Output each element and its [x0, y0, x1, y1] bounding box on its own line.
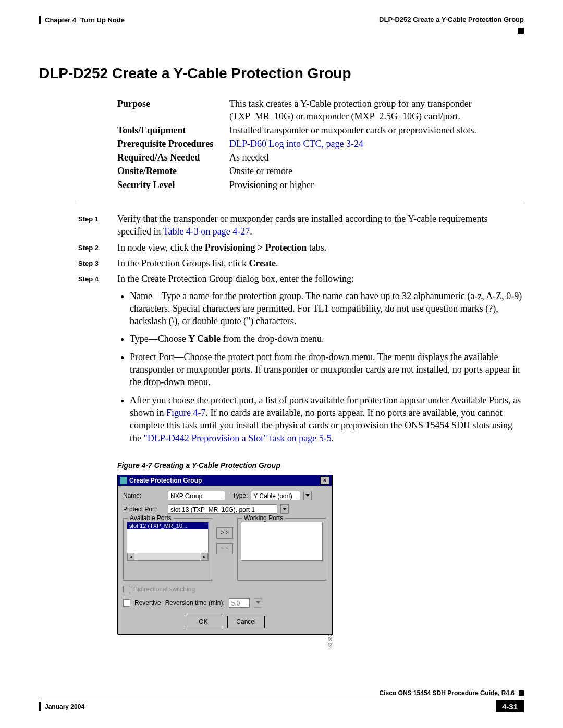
image-number: 83682 [327, 633, 332, 648]
working-ports-label: Working Ports [242, 514, 285, 522]
step-label: Step 1 [78, 213, 117, 238]
page-footer: Cisco ONS 15454 SDH Procedure Guide, R4.… [39, 689, 524, 712]
list-item[interactable]: slot 12 (TXP_MR_10... [127, 522, 208, 529]
reversion-time-select: 5.0 [229, 598, 250, 608]
scroll-left-icon[interactable]: ◂ [127, 553, 134, 560]
dialog-titlebar[interactable]: Create Protection Group × [118, 475, 332, 486]
scrollbar[interactable]: ◂ ▸ [127, 553, 208, 560]
onsite-value: Onsite or remote [229, 165, 524, 177]
step-body: In node view, click the Provisioning > P… [117, 241, 524, 254]
footer-rule [39, 698, 524, 698]
page-number: 4-31 [496, 700, 524, 712]
chapter-number: Chapter 4 [45, 16, 76, 24]
name-label: Name: [123, 492, 165, 499]
separator [78, 202, 524, 202]
ok-button[interactable]: OK [185, 616, 222, 628]
dialog-title: Create Protection Group [129, 477, 202, 484]
dropdown-arrow-icon[interactable] [303, 491, 312, 500]
header-square-mark [518, 28, 524, 34]
tools-label: Tools/Equipment [117, 124, 229, 137]
tools-value: Installed transponder or muxponder cards… [229, 124, 524, 137]
revertive-checkbox[interactable] [123, 599, 130, 607]
bullet-item: Name—Type a name for the protection grou… [130, 290, 524, 328]
bullet-item: Type—Choose Y Cable from the drop-down m… [130, 332, 524, 345]
type-select[interactable]: Y Cable (port) [251, 491, 300, 500]
step-body: In the Create Protection Group dialog bo… [117, 273, 524, 450]
dropdown-arrow-icon [254, 598, 262, 608]
cancel-button[interactable]: Cancel [227, 616, 265, 628]
scroll-right-icon[interactable]: ▸ [201, 553, 208, 560]
create-protection-group-dialog: Create Protection Group × Name: NXP Grou… [117, 475, 332, 634]
security-label: Security Level [117, 179, 229, 191]
step-body: Verify that the transponder or muxponder… [117, 213, 524, 238]
close-button[interactable]: × [320, 476, 329, 485]
working-ports-list[interactable] [241, 522, 323, 561]
section-title: DLP-D252 Create a Y-Cable Protection Gro… [379, 16, 524, 23]
reversion-time-label: Reversion time (min): [165, 599, 225, 607]
bidirectional-checkbox [123, 586, 130, 593]
bullet-item: After you choose the protect port, a lis… [130, 394, 524, 445]
name-field[interactable]: NXP Group [168, 491, 225, 500]
purpose-label: Purpose [117, 97, 229, 123]
steps-block: Step 1 Verify that the transponder or mu… [78, 213, 524, 450]
bidirectional-label: Bidirectional switching [133, 586, 195, 593]
available-ports-list[interactable]: slot 12 (TXP_MR_10... ◂ ▸ [127, 522, 209, 561]
required-value: As needed [229, 151, 524, 164]
app-icon [120, 477, 127, 484]
table-link[interactable]: Table 4-3 on page 4-27 [163, 226, 250, 237]
move-right-button[interactable]: > > [216, 527, 233, 539]
revertive-label: Revertive [134, 599, 161, 607]
available-ports-label: Available Ports [128, 514, 174, 522]
bullet-item: Protect Port—Choose the protect port fro… [130, 351, 524, 389]
footer-rule-mark [39, 702, 41, 711]
footer-square-mark [519, 690, 524, 696]
page-title: DLP-D252 Create a Y-Cable Protection Gro… [39, 65, 524, 82]
chapter-title: Turn Up Node [80, 16, 125, 24]
protect-port-select[interactable]: slot 13 (TXP_MR_10G), port 1 [168, 504, 277, 514]
onsite-label: Onsite/Remote [117, 165, 229, 177]
prereq-link[interactable]: DLP-D60 Log into CTC, page 3-24 [229, 139, 363, 149]
prereq-label: Prerequisite Procedures [117, 138, 229, 150]
purpose-value: This task creates a Y-Cable protection g… [229, 97, 524, 123]
step-body: In the Protection Groups list, click Cre… [117, 257, 524, 269]
task-info-block: Purpose This task creates a Y-Cable prot… [117, 97, 524, 191]
dropdown-arrow-icon[interactable] [280, 504, 289, 514]
page-header: Chapter 4 Turn Up Node DLP-D252 Create a… [39, 16, 524, 34]
step-label: Step 3 [78, 257, 117, 269]
type-label: Type: [232, 492, 248, 499]
required-label: Required/As Needed [117, 151, 229, 164]
header-rule-mark [39, 16, 41, 24]
footer-date: January 2004 [45, 703, 84, 710]
move-left-button[interactable]: < < [216, 543, 233, 554]
security-value: Provisioning or higher [229, 179, 524, 191]
figure-caption: Figure 4-7 Creating a Y-Cable Protection… [117, 461, 524, 470]
step-label: Step 4 [78, 273, 117, 450]
step-label: Step 2 [78, 241, 117, 254]
protect-port-label: Protect Port: [123, 505, 165, 513]
task-link[interactable]: "DLP-D442 Preprovision a Slot" task on p… [144, 433, 332, 443]
figure-link[interactable]: Figure 4-7 [166, 408, 206, 418]
guide-title: Cisco ONS 15454 SDH Procedure Guide, R4.… [380, 689, 515, 697]
